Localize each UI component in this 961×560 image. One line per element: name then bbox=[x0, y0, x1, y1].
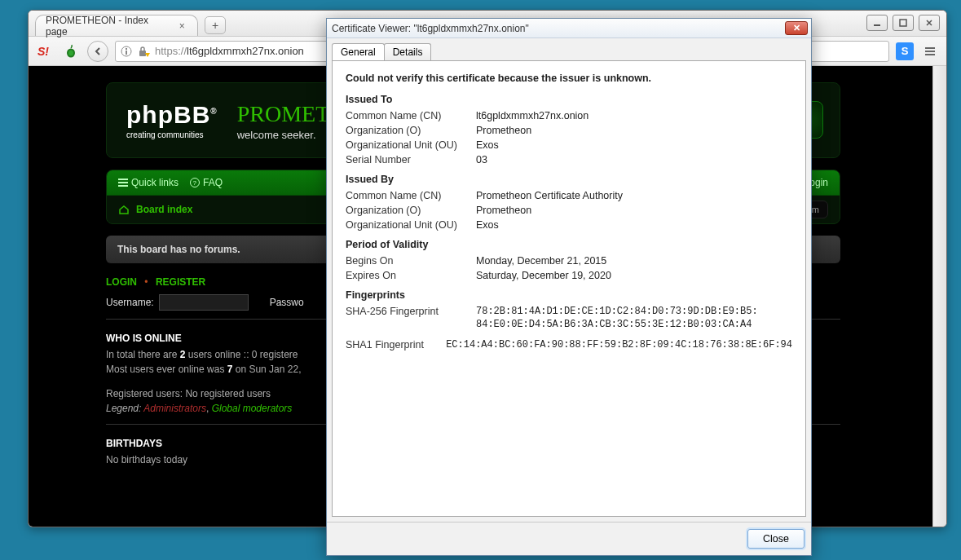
scrollbar-down[interactable]: ▼ bbox=[933, 514, 946, 527]
trademark: ® bbox=[210, 107, 217, 116]
issued-by-ou: Exos bbox=[476, 219, 792, 231]
label-sha1: SHA1 Fingerprint bbox=[346, 339, 446, 352]
svg-rect-11 bbox=[925, 54, 935, 55]
scrollbar-thumb[interactable] bbox=[935, 81, 945, 154]
cert-tabs: GeneralDetails bbox=[327, 38, 811, 60]
cert-body: Could not verify this certificate becaus… bbox=[332, 60, 806, 517]
login-link[interactable]: LOGIN bbox=[106, 276, 137, 288]
quick-links-label: Quick links bbox=[131, 177, 179, 188]
question-icon: ? bbox=[190, 178, 200, 187]
label-begins: Begins On bbox=[346, 255, 476, 267]
issued-to-serial: 03 bbox=[476, 154, 792, 165]
issued-to-o: Prometheon bbox=[476, 125, 792, 136]
certificate-dialog: Certificate Viewer: "lt6gpldxmmxh27nx.on… bbox=[326, 18, 812, 556]
expires-on: Saturday, December 19, 2020 bbox=[476, 270, 792, 281]
issued-to-header: Issued To bbox=[346, 94, 792, 105]
cert-warning: Could not verify this certificate becaus… bbox=[346, 73, 792, 84]
minimize-button[interactable] bbox=[866, 15, 888, 31]
issued-to-cn: lt6gpldxmmxh27nx.onion bbox=[476, 110, 792, 121]
label-serial: Serial Number bbox=[346, 154, 476, 165]
tab-general[interactable]: General bbox=[332, 43, 385, 60]
issued-to-ou: Exos bbox=[476, 139, 792, 151]
skype-icon[interactable]: S bbox=[896, 42, 914, 60]
back-button[interactable] bbox=[87, 41, 108, 62]
username-input[interactable] bbox=[159, 294, 249, 311]
validity-header: Period of Validity bbox=[346, 239, 792, 250]
online-text-1b: users online :: 0 registere bbox=[185, 349, 298, 360]
tab-details[interactable]: Details bbox=[384, 43, 432, 60]
menu-button[interactable] bbox=[920, 42, 940, 61]
svg-text:S!: S! bbox=[37, 45, 49, 58]
svg-rect-10 bbox=[925, 51, 935, 52]
hamburger-icon bbox=[118, 179, 128, 187]
window-close-button[interactable] bbox=[919, 15, 940, 31]
cert-footer: Close bbox=[327, 522, 811, 555]
svg-point-4 bbox=[68, 50, 73, 55]
label-sha256: SHA-256 Fingerprint bbox=[346, 306, 476, 331]
phpbb-logo-text: phpBB bbox=[126, 101, 210, 128]
scrollbar-up[interactable]: ▲ bbox=[933, 66, 946, 79]
tab-close-button[interactable]: × bbox=[176, 20, 187, 32]
label-o: Organization (O) bbox=[346, 125, 476, 136]
cert-dialog-title: Certificate Viewer: "lt6gpldxmmxh27nx.on… bbox=[332, 23, 529, 34]
online-text-1a: In total there are bbox=[106, 349, 180, 360]
password-label: Passwo bbox=[270, 297, 304, 308]
home-icon bbox=[118, 205, 130, 214]
login-label-top: ogin bbox=[809, 177, 828, 188]
url-scheme: https:// bbox=[155, 45, 187, 57]
svg-rect-8 bbox=[139, 51, 146, 56]
window-controls bbox=[866, 15, 940, 31]
label-by-ou: Organizational Unit (OU) bbox=[346, 219, 476, 231]
cert-dialog-titlebar[interactable]: Certificate Viewer: "lt6gpldxmmxh27nx.on… bbox=[327, 19, 811, 38]
svg-rect-9 bbox=[925, 47, 935, 49]
issued-by-o: Prometheon bbox=[476, 205, 792, 216]
registered-users: Registered users: No registered users bbox=[106, 388, 271, 399]
phpbb-logo-sub: creating communities bbox=[126, 130, 203, 139]
label-by-o: Organization (O) bbox=[346, 205, 476, 216]
legend-comma: , bbox=[206, 403, 212, 414]
online-text-2a: Most users ever online was bbox=[106, 364, 227, 375]
online-text-2b: on Sun Jan 22, bbox=[232, 364, 301, 375]
legend-mod[interactable]: Global moderators bbox=[212, 403, 293, 414]
faq-link[interactable]: ? FAQ bbox=[190, 177, 223, 188]
maximize-button[interactable] bbox=[893, 15, 914, 31]
identity-icon[interactable] bbox=[121, 46, 132, 57]
svg-rect-21 bbox=[118, 179, 128, 180]
new-tab-button[interactable]: + bbox=[205, 16, 226, 34]
phpbb-logo[interactable]: phpBB® creating communities bbox=[126, 101, 218, 140]
close-button[interactable]: Close bbox=[747, 529, 805, 549]
faq-label: FAQ bbox=[203, 177, 223, 188]
register-link[interactable]: REGISTER bbox=[156, 276, 205, 288]
cert-dialog-close-x[interactable]: ✕ bbox=[785, 21, 808, 35]
board-index-link[interactable]: Board index bbox=[136, 204, 192, 215]
sha256-value: 78:2B:81:4A:D1:DE:CE:1D:C2:84:D0:73:9D:D… bbox=[476, 306, 792, 331]
fingerprints-header: Fingerprints bbox=[346, 289, 792, 301]
url-domain: lt6gpldxmmxh27nx.onion bbox=[187, 45, 304, 57]
label-ou: Organizational Unit (OU) bbox=[346, 139, 476, 151]
svg-rect-1 bbox=[900, 20, 906, 26]
noscript-icon[interactable]: S! bbox=[35, 42, 55, 61]
legend-admin[interactable]: Administrators bbox=[143, 403, 206, 414]
legend-label: Legend: bbox=[106, 403, 143, 414]
label-expires: Expires On bbox=[346, 270, 476, 281]
active-tab[interactable]: PROMETHEON - Index page × bbox=[35, 15, 198, 36]
tab-title: PROMETHEON - Index page bbox=[46, 15, 170, 37]
svg-rect-23 bbox=[118, 185, 128, 187]
issued-by-cn: Prometheon Certificate Authority bbox=[476, 190, 792, 201]
tor-onion-icon[interactable] bbox=[61, 42, 81, 61]
svg-rect-22 bbox=[118, 182, 128, 183]
svg-rect-6 bbox=[126, 48, 127, 50]
issued-by-header: Issued By bbox=[346, 174, 792, 185]
svg-text:?: ? bbox=[193, 179, 197, 187]
begins-on: Monday, December 21, 2015 bbox=[476, 255, 792, 267]
username-label: Username: bbox=[106, 297, 154, 308]
separator-dot: • bbox=[144, 276, 148, 288]
login-link-top[interactable]: ogin bbox=[809, 177, 828, 188]
lock-warning-icon[interactable] bbox=[137, 46, 150, 57]
sha1-value: EC:14:A4:BC:60:FA:90:88:FF:59:B2:8F:09:4… bbox=[446, 339, 792, 352]
svg-rect-7 bbox=[126, 51, 127, 55]
quick-links[interactable]: Quick links bbox=[118, 177, 179, 188]
label-cn: Common Name (CN) bbox=[346, 110, 476, 121]
label-by-cn: Common Name (CN) bbox=[346, 190, 476, 201]
svg-rect-0 bbox=[874, 24, 880, 26]
